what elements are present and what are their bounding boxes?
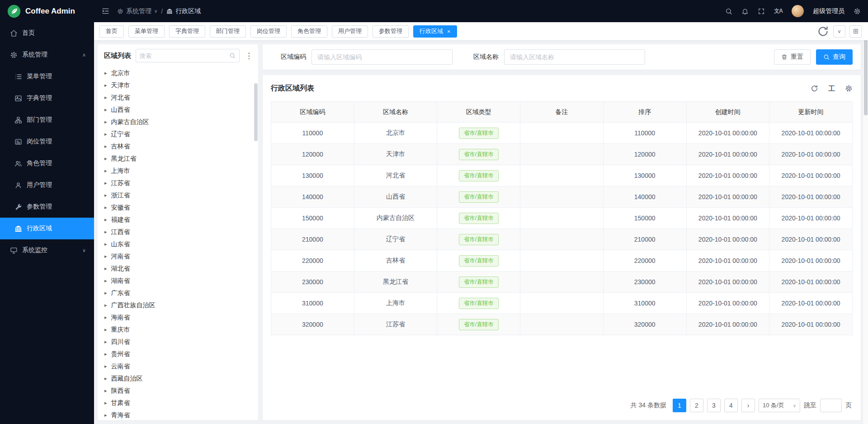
tab[interactable]: 部门管理 × [210,25,246,38]
tab-options-dropdown[interactable]: ∨ [833,25,845,38]
density-icon[interactable]: 工 [828,85,835,92]
next-page-button[interactable]: › [741,399,755,412]
tree-item-label: 广西壮族自治区 [111,301,156,310]
person-icon [14,181,22,189]
sidebar-group-system-monitor[interactable]: 系统监控 ∨ [0,239,94,261]
tree-item[interactable]: ▸ 内蒙古自治区 [98,116,258,128]
page-button[interactable]: 1 [673,399,686,412]
user-name[interactable]: 超级管理员 [813,7,844,15]
tree-item[interactable]: ▸ 浙江省 [98,189,258,201]
sidebar-item-label: 用户管理 [27,181,52,189]
tree-item[interactable]: ▸ 安徽省 [98,201,258,214]
reset-button[interactable]: 重置 [774,49,811,65]
tree-item[interactable]: ▸ 陕西省 [98,385,258,397]
translate-icon[interactable]: 文A [774,7,783,15]
table-toolbar-icons: 工 [811,85,853,92]
tree-item[interactable]: ▸ 江西省 [98,226,258,238]
close-icon[interactable]: × [447,29,451,34]
content-fullscreen-icon[interactable] [849,25,862,38]
tab[interactable]: 行政区域 × [413,25,457,38]
refresh-tabs-icon[interactable] [817,25,829,38]
search-button[interactable]: 查询 [816,49,853,65]
cell-updated-time: 2020-10-01 00:00:00 [769,165,853,186]
caret-right-icon: ▸ [104,205,107,210]
fullscreen-icon[interactable] [758,8,765,15]
tab[interactable]: 参数管理 × [373,25,409,38]
tree-item[interactable]: ▸ 河北省 [98,91,258,104]
tree-item[interactable]: ▸ 天津市 [98,79,258,91]
tree-item[interactable]: ▸ 北京市 [98,67,258,79]
refresh-icon[interactable] [811,85,818,92]
search-button-label: 查询 [833,53,845,61]
cell-remark [520,144,604,165]
table-row: 310000 上海市 省市/直辖市 310000 2020-10-01 00:0… [271,293,853,314]
tree-item[interactable]: ▸ 青海省 [98,409,258,420]
tree-item[interactable]: ▸ 黑龙江省 [98,152,258,165]
tree-item[interactable]: ▸ 辽宁省 [98,128,258,140]
tree-item[interactable]: ▸ 河南省 [98,250,258,262]
tree-item[interactable]: ▸ 重庆市 [98,324,258,336]
tree-item[interactable]: ▸ 广西壮族自治区 [98,299,258,311]
page-button[interactable]: 3 [707,399,721,412]
caret-right-icon: ▸ [104,180,107,186]
breadcrumb-parent[interactable]: 系统管理 ∨ [117,7,157,15]
tab[interactable]: 字典管理 × [169,25,205,38]
tree-item[interactable]: ▸ 江苏省 [98,177,258,189]
tab[interactable]: 岗位管理 × [250,25,287,38]
tab[interactable]: 角色管理 × [291,25,327,38]
more-options-icon[interactable]: ⋮ [244,51,254,61]
tab[interactable]: 首页 × [99,25,124,38]
tree-item[interactable]: ▸ 云南省 [98,360,258,372]
jump-page-input[interactable] [820,399,842,412]
sidebar-item-user-management[interactable]: 用户管理 [0,174,94,196]
breadcrumb-current: 行政区域 [166,7,201,15]
sidebar-item-admin-region[interactable]: 行政区域 [0,218,94,239]
sidebar-item-home[interactable]: 首页 [0,22,94,44]
sidebar-item-dictionary-management[interactable]: 字典管理 [0,87,94,109]
tree-item-label: 黑龙江省 [111,155,137,163]
sidebar-item-department-management[interactable]: 部门管理 [0,109,94,131]
region-code-input[interactable] [311,49,453,65]
tab[interactable]: 用户管理 × [332,25,368,38]
bell-icon[interactable] [741,8,749,15]
tree-item[interactable]: ▸ 四川省 [98,336,258,348]
search-icon[interactable] [725,8,732,15]
avatar[interactable] [792,5,804,17]
tree-item[interactable]: ▸ 西藏自治区 [98,372,258,385]
search-icon[interactable] [229,52,236,59]
cell-remark [520,314,604,335]
sidebar-group-system-management[interactable]: 系统管理 ∧ [0,44,94,66]
tree-item[interactable]: ▸ 海南省 [98,311,258,324]
tree-item[interactable]: ▸ 上海市 [98,165,258,177]
page-scrollbar[interactable] [863,22,868,424]
tree-item[interactable]: ▸ 山东省 [98,238,258,250]
tree-item[interactable]: ▸ 福建省 [98,214,258,226]
cell-region-type: 省市/直辖市 [437,293,520,314]
sidebar-item-menu-management[interactable]: 菜单管理 [0,66,94,87]
sidebar-item-role-management[interactable]: 角色管理 [0,152,94,174]
tree-item[interactable]: ▸ 贵州省 [98,348,258,360]
page-button[interactable]: 4 [724,399,738,412]
tree-scrollbar[interactable] [254,65,258,419]
tree-item[interactable]: ▸ 湖北省 [98,262,258,275]
tree-item[interactable]: ▸ 吉林省 [98,140,258,152]
settings-gear-icon[interactable] [854,8,861,15]
tree-item[interactable]: ▸ 广东省 [98,287,258,299]
logo[interactable]: Coffee Admin [0,0,94,22]
tree-item[interactable]: ▸ 甘肃省 [98,397,258,409]
tree-item-label: 海南省 [111,314,130,322]
page-size-select[interactable]: 10 条/页 ∨ [759,399,800,412]
tree-item[interactable]: ▸ 湖南省 [98,275,258,287]
cell-created-time: 2020-10-01 00:00:00 [686,165,769,186]
page-button[interactable]: 2 [690,399,703,412]
column-settings-gear-icon[interactable] [845,85,853,92]
tab[interactable]: 菜单管理 × [128,25,165,38]
cell-region-code: 220000 [271,250,354,272]
sidebar-item-parameter-management[interactable]: 参数管理 [0,196,94,218]
tree-item[interactable]: ▸ 山西省 [98,104,258,116]
tree-scrollbar-thumb[interactable] [254,83,258,141]
collapse-sidebar-icon[interactable] [101,7,110,15]
region-name-input[interactable] [504,49,645,65]
tree-search-input[interactable] [140,52,229,59]
sidebar-item-position-management[interactable]: 岗位管理 [0,131,94,152]
